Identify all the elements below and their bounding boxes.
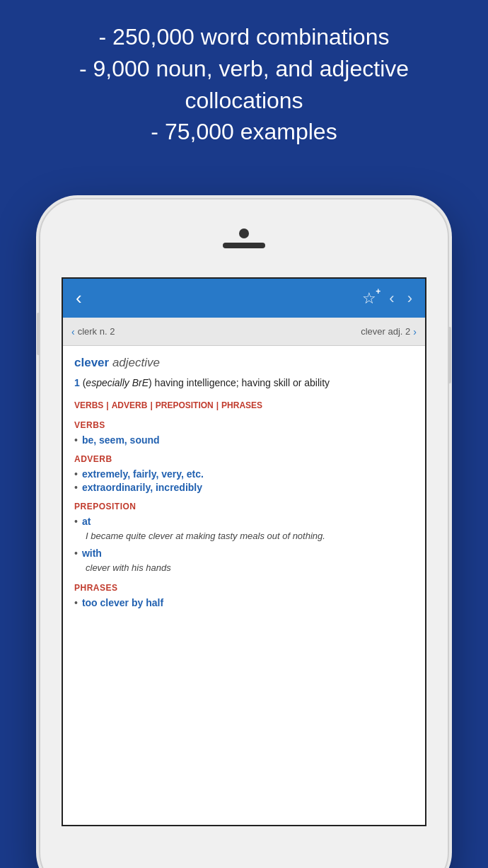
- nav-phrases[interactable]: PHRASES: [221, 400, 262, 410]
- breadcrumb-next[interactable]: clever adj. 2 ›: [361, 326, 417, 337]
- section-adverb: ADVERB • extremely, fairly, very, etc. •…: [74, 454, 414, 493]
- phrase-too-clever: too clever by half: [82, 597, 163, 608]
- list-item: • at: [74, 516, 414, 527]
- list-item: • too clever by half: [74, 597, 414, 608]
- list-item: • extremely, fairly, very, etc.: [74, 468, 414, 480]
- list-item: • extraordinarily, incredibly: [74, 482, 414, 493]
- list-item: • with: [74, 548, 414, 559]
- definition: 1 (especially BrE) having intelligence; …: [74, 376, 414, 390]
- plus-badge: +: [376, 287, 380, 296]
- section-phrases: PHRASES • too clever by half: [74, 583, 414, 608]
- section-preposition: PREPOSITION • at I became quite clever a…: [74, 502, 414, 574]
- breadcrumb-prev-label: clerk n. 2: [78, 326, 115, 337]
- background-tagline: - 250,000 word combinations - 9,000 noun…: [0, 0, 488, 148]
- example-at: I became quite clever at making tasty me…: [86, 529, 414, 543]
- power-button: [448, 327, 451, 383]
- bullet-icon: •: [74, 434, 78, 446]
- nav-verbs[interactable]: VERBS: [74, 400, 103, 410]
- phone-top: [40, 199, 448, 277]
- bullet-icon: •: [74, 482, 78, 493]
- breadcrumb-left-arrow: ‹: [71, 326, 75, 337]
- section-header-adverb: ADVERB: [74, 454, 414, 464]
- phone-shell: ‹ ☆ + ‹ › ‹ clerk n. 2 clever adj. 2 ›: [39, 198, 449, 868]
- breadcrumb-next-label: clever adj. 2: [361, 326, 410, 337]
- headword: clever: [74, 356, 109, 369]
- section-header-preposition: PREPOSITION: [74, 502, 414, 511]
- next-entry-button[interactable]: ›: [407, 289, 412, 308]
- tagline-line-3: - 75,000 examples: [21, 116, 467, 148]
- pos-label: adjective: [112, 356, 160, 369]
- tagline-line-1: - 250,000 word combinations: [21, 21, 467, 53]
- star-icon: ☆: [362, 289, 376, 307]
- nav-preposition[interactable]: PREPOSITION: [156, 400, 214, 410]
- speaker: [223, 243, 265, 248]
- section-header-verbs: VERBS: [74, 420, 414, 430]
- adverb-item-2: extraordinarily, incredibly: [82, 482, 202, 493]
- phone-screen: ‹ ☆ + ‹ › ‹ clerk n. 2 clever adj. 2 ›: [62, 277, 426, 826]
- section-header-phrases: PHRASES: [74, 583, 414, 593]
- prep-item-at: at: [82, 516, 91, 527]
- word-title: clever adjective: [74, 356, 414, 370]
- nav-adverb[interactable]: ADVERB: [112, 400, 148, 410]
- breadcrumb-right-arrow: ›: [413, 326, 417, 337]
- verbs-list: be, seem, sound: [82, 434, 160, 446]
- bullet-icon: •: [74, 597, 78, 608]
- section-nav: VERBS | ADVERB | PREPOSITION | PHRASES: [74, 400, 414, 410]
- tagline-line-2: - 9,000 noun, verb, and adjective colloc…: [21, 53, 467, 117]
- sense-number: 1: [74, 377, 80, 388]
- bullet-icon: •: [74, 516, 78, 527]
- header-icons: ☆ + ‹ ›: [362, 289, 412, 308]
- content-area: clever adjective 1 (especially BrE) havi…: [63, 346, 425, 825]
- adverb-item-1: extremely, fairly, very, etc.: [82, 468, 204, 480]
- list-item: • be, seem, sound: [74, 434, 414, 446]
- example-with: clever with his hands: [86, 561, 414, 575]
- prep-item-with: with: [82, 548, 102, 559]
- breadcrumb-bar: ‹ clerk n. 2 clever adj. 2 ›: [63, 318, 425, 346]
- section-verbs: VERBS • be, seem, sound: [74, 420, 414, 446]
- nav-sep-3: |: [216, 400, 219, 410]
- back-button[interactable]: ‹: [76, 287, 82, 309]
- app-header: ‹ ☆ + ‹ ›: [63, 279, 425, 318]
- prev-entry-button[interactable]: ‹: [389, 289, 394, 308]
- favorite-button[interactable]: ☆ +: [362, 289, 376, 308]
- volume-button: [37, 313, 40, 355]
- front-camera: [239, 228, 249, 238]
- nav-sep-1: |: [106, 400, 108, 410]
- nav-sep-2: |: [150, 400, 152, 410]
- bullet-icon: •: [74, 548, 78, 559]
- breadcrumb-prev[interactable]: ‹ clerk n. 2: [71, 326, 115, 337]
- bullet-icon: •: [74, 468, 78, 480]
